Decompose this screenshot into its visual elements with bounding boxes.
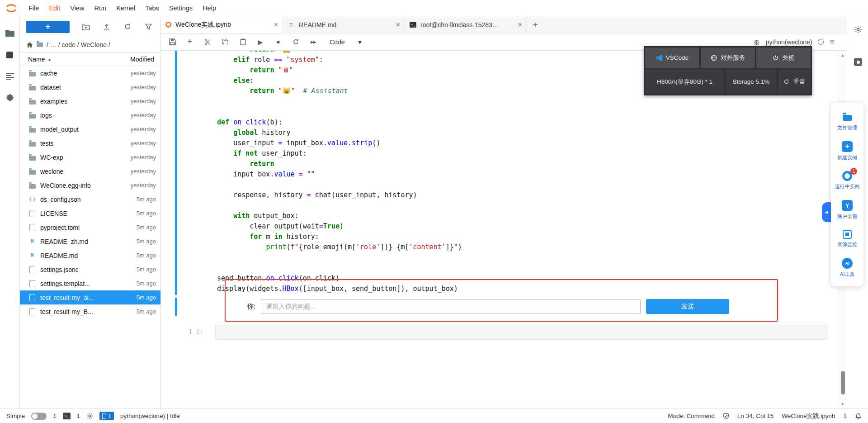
file-row[interactable]: README_zh.md5m ago (20, 234, 160, 248)
rail-item-running[interactable]: 运行中实例1 (831, 166, 863, 195)
rail-item-new-instance[interactable]: 新建实例 (831, 136, 863, 166)
save-icon[interactable] (168, 38, 176, 45)
file-row[interactable]: LICENSE5m ago (20, 206, 160, 220)
home-icon[interactable] (26, 42, 33, 48)
close-icon[interactable]: × (274, 21, 278, 29)
simple-mode-toggle[interactable] (31, 413, 47, 420)
folder-crumb-icon[interactable] (37, 43, 43, 47)
file-row[interactable]: test_result-my_ai...5m ago (20, 290, 160, 304)
menu-settings[interactable]: Settings (164, 2, 198, 14)
menu-file[interactable]: File (24, 2, 44, 14)
rail-item-balance[interactable]: 账户余额 (831, 195, 863, 225)
shutdown-button[interactable]: 关机 (756, 48, 811, 68)
menu-tabs[interactable]: Tabs (140, 2, 164, 14)
stop-kernel-icon[interactable]: ■ (274, 39, 282, 45)
file-row[interactable]: settings.templat...5m ago (20, 276, 160, 290)
file-row[interactable]: WC-expyesterday (20, 150, 160, 164)
sort-ascending-icon[interactable]: ▲ (47, 57, 52, 62)
close-icon[interactable]: × (396, 21, 400, 29)
file-row[interactable]: examplesyesterday (20, 94, 160, 108)
file-row[interactable]: README.md5m ago (20, 248, 160, 262)
debugger-bug-icon[interactable] (753, 38, 760, 45)
paste-cell-icon[interactable] (239, 38, 247, 45)
file-row[interactable]: wecloneyesterday (20, 164, 160, 178)
file-icon (28, 209, 36, 217)
menu-edit[interactable]: Edit (44, 2, 65, 14)
add-cell-icon[interactable]: + (186, 37, 194, 47)
close-icon[interactable]: × (518, 21, 522, 29)
terminal-icon[interactable] (63, 413, 71, 419)
markdown-icon (288, 21, 295, 29)
breadcrumb-path[interactable]: / … / code / WeClone / (47, 41, 110, 48)
scroll-up-icon[interactable]: ▲ (839, 52, 846, 59)
cell-type-dropdown[interactable]: Code ▾ (330, 38, 362, 46)
rail-collapse-handle[interactable]: ◀ (822, 202, 831, 222)
file-row[interactable]: ds_config.json5m ago (20, 192, 160, 206)
menu-run[interactable]: Run (90, 2, 112, 14)
refresh-icon[interactable] (123, 22, 132, 31)
menu-view[interactable]: View (65, 2, 89, 14)
reset-button[interactable]: 重置 (778, 69, 811, 94)
kernel-status-text[interactable]: python(weclone) | Idle (120, 413, 180, 419)
new-launcher-button[interactable]: + (26, 21, 70, 33)
rail-item-label: 运行中实例 (835, 183, 860, 190)
rail-item-files[interactable]: 文件管理 (831, 106, 863, 136)
folder-icon (28, 69, 36, 77)
file-modified: yesterday (131, 140, 156, 147)
sessions-gear-icon[interactable] (86, 413, 93, 419)
name-column-header[interactable]: Name (28, 56, 45, 63)
tab[interactable]: root@chn-llmclass-15283…× (405, 16, 527, 33)
rail-item-monitor[interactable]: 资源监控 (831, 225, 863, 253)
kernel-name[interactable]: python(weclone) (766, 38, 812, 46)
breadcrumb[interactable]: / … / code / WeClone / (20, 37, 160, 52)
new-tab-button[interactable]: + (527, 16, 543, 33)
notebook-tab-badge[interactable]: 1 (99, 412, 114, 420)
scroll-down-icon[interactable]: ▼ (839, 400, 846, 408)
question-input[interactable] (261, 299, 641, 314)
table-of-contents-icon[interactable] (5, 71, 15, 81)
file-browser-toolbar: + (20, 16, 160, 37)
balance-icon (842, 200, 853, 211)
send-button[interactable]: 发送 (646, 299, 729, 314)
file-row[interactable]: datasetyesterday (20, 80, 160, 94)
restart-kernel-icon[interactable] (292, 38, 300, 45)
cut-cell-icon[interactable] (203, 39, 212, 45)
rail-item-ai[interactable]: AI工具 (831, 253, 863, 283)
upload-icon[interactable] (102, 22, 111, 31)
file-row[interactable]: model_outputyesterday (20, 122, 160, 136)
filter-icon[interactable] (144, 22, 153, 31)
kernel-status-icon[interactable] (818, 39, 824, 45)
file-row[interactable]: pyproject.toml5m ago (20, 220, 160, 234)
gear-icon[interactable] (854, 25, 862, 35)
simple-mode-label: Simple (6, 413, 25, 419)
extension-icon[interactable] (854, 58, 862, 66)
file-row[interactable]: WeClone.egg-infoyesterday (20, 178, 160, 192)
running-sessions-icon[interactable] (5, 50, 15, 60)
copy-cell-icon[interactable] (221, 38, 229, 45)
md-icon (28, 252, 36, 259)
scrollbar-thumb[interactable] (841, 371, 845, 394)
run-cell-icon[interactable]: ▶ (256, 38, 264, 46)
tab[interactable]: WeClone实践.ipynb× (161, 16, 283, 33)
vscode-button[interactable]: VSCode (645, 48, 699, 68)
modified-column-header[interactable]: Modified (130, 56, 155, 63)
file-row[interactable]: cacheyesterday (20, 66, 160, 80)
file-browser-icon[interactable] (5, 28, 15, 38)
cursor-position[interactable]: Ln 34, Col 15 (737, 413, 774, 419)
trust-shield-icon[interactable] (723, 413, 729, 419)
file-row[interactable]: test_result-my_B...5m ago (20, 304, 160, 318)
hamburger-menu-icon[interactable]: ≡ (830, 37, 835, 47)
new-folder-icon[interactable] (81, 22, 90, 31)
external-service-button[interactable]: 对外服务 (701, 48, 755, 68)
extension-manager-icon[interactable] (5, 93, 15, 103)
restart-run-all-icon[interactable]: ▶▶ (309, 40, 317, 44)
menu-kernel[interactable]: Kernel (111, 2, 140, 14)
menu-help[interactable]: Help (198, 2, 221, 14)
file-row[interactable]: testsyesterday (20, 136, 160, 150)
tab[interactable]: README.md× (283, 16, 405, 33)
file-row[interactable]: logsyesterday (20, 108, 160, 122)
bell-icon[interactable] (855, 413, 862, 420)
empty-cell-editor[interactable] (215, 325, 828, 340)
mode-indicator: Mode: Command (668, 413, 715, 419)
file-row[interactable]: settings.jsonc5m ago (20, 262, 160, 276)
